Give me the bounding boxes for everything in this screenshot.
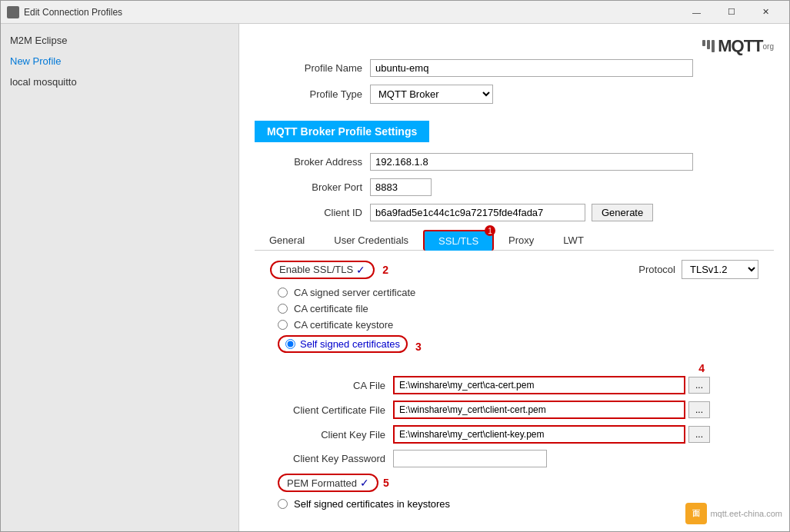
client-key-file-label: Client Key File (262, 429, 385, 441)
pem-formatted-label: PEM Formatted ✓ (278, 474, 378, 492)
radio-self-signed-row: Self signed certificates 3 (278, 335, 751, 357)
profile-type-label: Profile Type (255, 88, 362, 100)
signal-icon (702, 40, 715, 52)
profile-name-label: Profile Name (255, 62, 362, 74)
profile-type-row: Profile Type MQTT Broker (255, 85, 774, 104)
tab-user-credentials[interactable]: User Credentials (319, 230, 423, 251)
client-key-password-label: Client Key Password (262, 453, 385, 464)
section-header-text: MQTT Broker Profile Settings (255, 121, 429, 142)
radio-ca-signed: CA signed server certificate (278, 287, 751, 298)
tabs-bar: General User Credentials SSL/TLS 1 Proxy… (255, 229, 774, 251)
client-key-file-input[interactable] (393, 425, 685, 444)
broker-port-row: Broker Port (255, 178, 774, 196)
profile-name-row: Profile Name (255, 59, 774, 77)
titlebar: Edit Connection Profiles — ☐ ✕ (1, 1, 789, 24)
client-key-browse-button[interactable]: ... (688, 426, 710, 443)
radio-ca-keystore-input[interactable] (278, 320, 288, 330)
generate-button[interactable]: Generate (592, 204, 653, 221)
radio-self-signed-input[interactable] (285, 339, 295, 349)
annotation-5: 5 (383, 477, 389, 489)
keystores-label: Self signed certificates in keystores (294, 498, 450, 510)
sidebar-item-local-mosquitto[interactable]: local mosquitto (1, 71, 238, 92)
broker-port-input[interactable] (370, 178, 432, 196)
enable-ssl-row: Enable SSL/TLS ✓ 2 Protocol TLSv1.2 TLSv… (262, 260, 766, 279)
protocol-select[interactable]: TLSv1.2 TLSv1.1 TLSv1.0 (682, 260, 758, 279)
ca-file-row: CA File ... (262, 376, 766, 394)
close-button[interactable]: ✕ (748, 1, 783, 24)
tab-proxy[interactable]: Proxy (494, 230, 548, 251)
pem-checkmark: ✓ (360, 477, 369, 489)
maximize-button[interactable]: ☐ (714, 1, 748, 24)
app-icon (7, 6, 19, 18)
tab-lwt[interactable]: LWT (548, 230, 598, 251)
profile-type-select[interactable]: MQTT Broker (370, 85, 493, 104)
sidebar-item-m2m-eclipse[interactable]: M2M Eclipse (1, 30, 238, 51)
enable-ssl-checkmark: ✓ (356, 264, 365, 276)
client-cert-file-input[interactable] (393, 401, 685, 419)
broker-port-label: Broker Port (255, 181, 362, 193)
window-title: Edit Connection Profiles (24, 7, 679, 18)
annotation-3: 3 (415, 341, 422, 353)
mqtt-logo-suffix: org (763, 42, 774, 51)
radio-ca-signed-input[interactable] (278, 288, 288, 298)
profile-name-input[interactable] (370, 59, 693, 77)
window-controls: — ☐ ✕ (679, 1, 783, 24)
annotation-4-area: 4 (262, 362, 766, 374)
radio-ca-cert-file: CA certificate file (278, 303, 751, 314)
ssl-tls-panel: Enable SSL/TLS ✓ 2 Protocol TLSv1.2 TLSv… (255, 260, 774, 510)
client-cert-file-label: Client Certificate File (262, 404, 385, 416)
client-cert-file-row: Client Certificate File ... (262, 401, 766, 419)
tab-ssl-tls[interactable]: SSL/TLS 1 (423, 230, 494, 251)
ca-file-label: CA File (262, 380, 385, 391)
radio-ca-keystore: CA certificate keystore (278, 319, 751, 331)
sidebar: M2M Eclipse New Profile local mosquitto (1, 24, 239, 531)
content-area: M2M Eclipse New Profile local mosquitto (1, 24, 789, 531)
watermark-text: mqtt.eet-china.com (710, 509, 782, 518)
broker-address-input[interactable] (370, 153, 693, 171)
ca-file-browse-button[interactable]: ... (688, 377, 710, 394)
pem-formatted-row: PEM Formatted ✓ 5 (262, 474, 766, 492)
client-key-file-row: Client Key File ... (262, 425, 766, 444)
annotation-4: 4 (698, 362, 705, 374)
tab-general[interactable]: General (255, 230, 319, 251)
ca-file-input[interactable] (393, 376, 685, 394)
annotation-2: 2 (382, 264, 388, 276)
section-header: MQTT Broker Profile Settings (255, 111, 774, 153)
main-window: Edit Connection Profiles — ☐ ✕ M2M Eclip… (0, 0, 790, 532)
radio-group: CA signed server certificate CA certific… (262, 287, 766, 357)
watermark-icon: 面 (685, 503, 707, 524)
client-id-label: Client ID (255, 207, 362, 218)
minimize-button[interactable]: — (679, 1, 714, 24)
client-cert-browse-button[interactable]: ... (688, 401, 710, 418)
protocol-row: Protocol TLSv1.2 TLSv1.1 TLSv1.0 (638, 260, 758, 279)
radio-keystores-input[interactable] (278, 499, 288, 509)
mqtt-logo: MQTT org (702, 36, 774, 56)
radio-self-signed: Self signed certificates (278, 335, 408, 353)
client-id-input[interactable] (370, 204, 585, 221)
client-id-row: Client ID Generate (255, 204, 774, 221)
broker-address-row: Broker Address (255, 153, 774, 171)
main-panel: MQTT org Profile Name Profile Type MQTT … (239, 24, 789, 531)
enable-ssl-label: Enable SSL/TLS ✓ (270, 261, 375, 279)
broker-address-label: Broker Address (255, 156, 362, 168)
watermark: 面 mqtt.eet-china.com (685, 503, 782, 524)
client-key-password-input[interactable] (393, 450, 547, 467)
client-key-password-row: Client Key Password (262, 450, 766, 467)
mqtt-logo-area: MQTT org (255, 36, 774, 56)
radio-ca-cert-file-input[interactable] (278, 304, 288, 314)
sidebar-item-new-profile[interactable]: New Profile (1, 51, 238, 71)
mqtt-logo-text: MQTT (718, 36, 762, 56)
enable-ssl-left: Enable SSL/TLS ✓ 2 (270, 261, 388, 279)
